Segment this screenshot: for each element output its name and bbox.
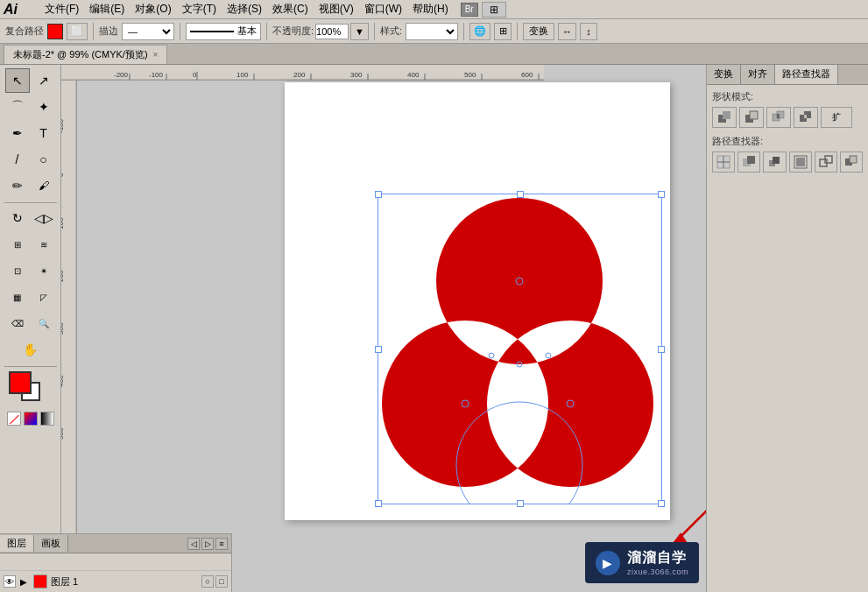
document-tab[interactable]: 未标题-2* @ 99% (CMYK/预览) × [4,45,167,64]
watermark-icon: ▶ [596,551,620,575]
paintbrush-tool[interactable]: 🖌 [32,173,56,198]
style-label: 样式: [380,25,402,38]
sep3 [266,23,267,40]
zoom-tool[interactable]: 🔍 [32,311,56,335]
layer-lock-btn[interactable]: ○ [201,575,214,588]
pencil-tool[interactable]: ✏ [5,173,30,198]
panel-controls: ◁ ▷ ≡ [187,538,231,550]
free-transform-tool[interactable]: ⊡ [5,258,30,283]
menu-select[interactable]: 选择(S) [222,0,267,18]
mirror-tool[interactable]: ◁▷ [32,206,56,230]
svg-text:400: 400 [407,71,420,79]
layers-column-header [0,553,231,571]
tool-row-4: / ○ [5,147,56,172]
selection-tool[interactable]: ↖ [5,68,30,93]
fill-swatch[interactable] [9,371,32,394]
layer-thumbnail [33,574,47,588]
opacity-input[interactable] [315,24,349,39]
tab-layers[interactable]: 图层 [0,535,34,552]
outline-btn[interactable] [815,152,837,173]
watermark-text: 溜溜自学 zixue.3066.com [627,549,688,576]
tool-row-6: ↻ ◁▷ [5,206,56,230]
rotate-tool[interactable]: ↻ [5,206,30,230]
ellipse-tool[interactable]: ○ [32,147,56,172]
tab-close-btn[interactable]: × [153,50,159,60]
warp-tool[interactable]: ≋ [32,232,56,257]
expand-btn[interactable]: 扩 [821,107,852,128]
eraser-tool[interactable]: ⌫ [5,311,30,335]
style-select[interactable] [406,23,458,40]
layer-target-btn[interactable]: □ [215,575,228,588]
tool-row-5: ✏ 🖌 [5,173,56,198]
right-panel: 变换 对齐 路径查找器 形状模式: 扩 路径查找器: [706,65,868,592]
color-mode-swatch[interactable] [24,412,38,426]
svg-rect-57 [804,115,807,118]
svg-rect-51 [750,111,758,119]
sep2 [180,23,180,40]
tool-sep-1 [4,202,57,203]
svg-rect-70 [850,156,857,163]
hand-tool[interactable]: ✋ [18,337,43,362]
intersect-btn[interactable] [766,107,791,128]
unite-btn[interactable] [712,107,737,128]
menu-window[interactable]: 窗口(W) [359,0,407,18]
svg-text:0: 0 [61,173,65,177]
no-fill-swatch[interactable] [7,412,21,426]
pathfinder-row [712,152,863,173]
menu-object[interactable]: 对象(O) [130,0,176,18]
globe-btn[interactable]: 🌐 [469,23,490,40]
tab-transform[interactable]: 变换 [707,65,741,84]
opacity-dropdown-btn[interactable]: ▼ [350,23,369,40]
gradient-swatch[interactable] [40,412,54,426]
trim-btn[interactable] [737,152,760,173]
exclude-btn[interactable] [794,107,818,128]
stroke-weight-select[interactable]: — [122,23,174,40]
menu-effect[interactable]: 效果(C) [267,0,314,18]
layer-visibility-toggle[interactable]: 👁 [4,575,16,588]
path-label: 复合路径 [5,25,44,38]
menu-edit[interactable]: 编辑(E) [84,0,130,18]
br-icon[interactable]: Br [461,3,478,17]
layer-row: 👁 ▶ 图层 1 ○ □ [0,571,231,592]
menu-file[interactable]: 文件(F) [39,0,84,18]
tab-pathfinder[interactable]: 路径查找器 [775,65,838,84]
panel-menu-btn[interactable]: ≡ [215,538,228,550]
fill-color[interactable] [47,24,63,39]
transform-btn[interactable]: 变换 [523,23,554,40]
grid-btn[interactable]: ⊞ [494,23,512,40]
stroke-type-display[interactable]: 基本 [186,23,261,40]
pen-tool[interactable]: ✒ [5,121,30,145]
magic-wand-tool[interactable]: ✦ [32,95,56,119]
flip-v-btn[interactable]: ↕ [580,23,597,40]
left-toolbar: ↖ ↗ ⌒ ✦ ✒ T / ○ ✏ 🖌 ↻ ◁▷ ⊞ ≋ ⊡ ✴ [0,65,61,592]
menu-help[interactable]: 帮助(H) [407,0,454,18]
merge-btn[interactable] [763,152,786,173]
direct-select-tool[interactable]: ↗ [32,68,56,93]
drawing-svg [378,194,662,504]
minus-back-btn[interactable] [840,152,863,173]
bottom-area: 图层 画板 ◁ ▷ ≡ 👁 ▶ 图层 1 ○ □ [0,533,232,592]
minus-front-btn[interactable] [739,107,764,128]
expand-panel-btn[interactable]: ▷ [201,538,214,550]
menu-text[interactable]: 文字(T) [177,0,222,18]
flip-h-btn[interactable]: ↔ [558,23,576,40]
scale-tool[interactable]: ⊞ [5,232,30,257]
divide-btn[interactable] [712,152,735,173]
bottom-tabs: 图层 画板 ◁ ▷ ≡ [0,534,231,553]
sep1 [93,23,94,40]
collapse-btn[interactable]: ◁ [187,538,200,550]
fill-none-btn[interactable]: ⬜ [67,23,88,40]
tab-align[interactable]: 对齐 [741,65,775,84]
line-tool[interactable]: / [5,147,30,172]
svg-text:200: 200 [61,270,65,282]
menu-view[interactable]: 视图(V) [314,0,359,18]
lasso-tool[interactable]: ⌒ [5,95,30,119]
text-tool[interactable]: T [32,121,56,145]
tab-artboards[interactable]: 画板 [34,535,68,552]
graph-tool[interactable]: ▦ [5,285,30,309]
view-toggle[interactable]: ⊞ [482,2,506,18]
crop-btn[interactable] [789,152,812,173]
symbol-tool[interactable]: ✴ [32,258,56,283]
slice-tool[interactable]: ◸ [32,285,56,309]
layer-expand-arrow[interactable]: ▶ [18,575,30,588]
